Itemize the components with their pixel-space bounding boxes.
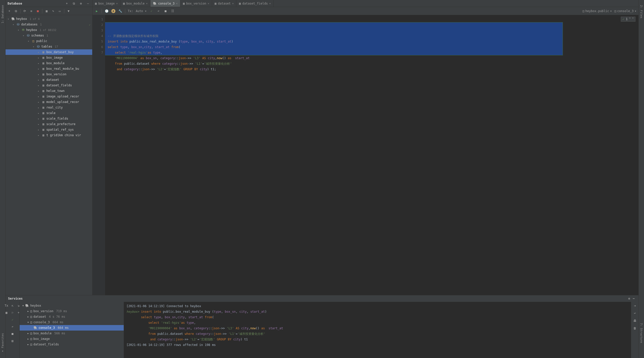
print-icon[interactable]: 🖶 bbox=[633, 318, 637, 323]
tree-table-box_version[interactable]: ▸▦box_version bbox=[6, 71, 92, 77]
tab-console_3[interactable]: 🐘console_3✕ bbox=[150, 0, 180, 7]
minimize-icon[interactable]: — bbox=[631, 296, 636, 301]
tree-root[interactable]: ▾🐘 heybox 1 of 4 bbox=[6, 16, 92, 22]
tab-box_version[interactable]: ▦box_version✕ bbox=[180, 0, 212, 7]
tree-table-box_dataset_buy[interactable]: ▸▦box_dataset_buy bbox=[6, 49, 92, 55]
database-tree[interactable]: ▾🐘 heybox 1 of 4 ▾⛁ databases 1 ▾⛃ heybo… bbox=[6, 15, 92, 295]
tree-schemas[interactable]: ▾⛁ schemas 1 bbox=[6, 33, 92, 38]
code-editor[interactable]: 12✓34567 -- 开通数据集指定模块所有城市权限insert into p… bbox=[92, 15, 638, 295]
console-selector[interactable]: ◫ console_3 ▾ bbox=[615, 9, 637, 13]
add-icon[interactable]: + bbox=[65, 1, 69, 6]
favorites-tool-button[interactable]: ★ Favorites bbox=[1, 333, 4, 353]
filter-icon[interactable]: ▼ bbox=[66, 9, 71, 13]
tx-mode[interactable]: Auto ▾ bbox=[136, 9, 147, 13]
close-icon[interactable]: ✕ bbox=[208, 2, 209, 5]
tree-table-scale_prefecture[interactable]: ▸▦scale_prefecture bbox=[6, 121, 92, 127]
stop-icon[interactable]: ■ bbox=[36, 9, 40, 13]
tree-table-box_real_module_bu[interactable]: ▸▦box_real_module_bu bbox=[6, 66, 92, 71]
history-icon[interactable]: 🕘 bbox=[104, 9, 109, 13]
run-icon[interactable]: ▶ bbox=[94, 9, 99, 13]
layout-icon[interactable]: ▦ bbox=[4, 310, 9, 315]
rollback-icon[interactable]: ↶ bbox=[156, 9, 161, 13]
tree-table-spatial_ref_sys[interactable]: ▸▦spatial_ref_sys bbox=[6, 127, 92, 132]
minimize-icon[interactable]: — bbox=[86, 1, 90, 6]
tree-public-schema[interactable]: ▾◫ public bbox=[6, 38, 92, 44]
wrench-icon[interactable]: 🔧 bbox=[118, 9, 122, 13]
service-console_3[interactable]: 🐘console_3664 ms bbox=[20, 325, 124, 331]
code-line-1[interactable]: -- 开通数据集指定模块所有城市权限 bbox=[108, 33, 636, 39]
explain-icon[interactable]: p bbox=[111, 9, 115, 13]
tab-box_image[interactable]: ▦box_image✕ bbox=[92, 0, 120, 7]
tree-table-box_image[interactable]: ▸▦box_image bbox=[6, 55, 92, 60]
down-icon[interactable]: ˅ bbox=[632, 17, 634, 21]
stop-icon[interactable]: ■ bbox=[10, 332, 15, 336]
expand-icon[interactable]: ⇱ bbox=[10, 303, 15, 308]
close-icon[interactable]: ✕ bbox=[232, 2, 234, 5]
service-console_3[interactable]: ▾◫console_3664 ms bbox=[20, 319, 124, 325]
gear-icon[interactable]: ⚙ bbox=[79, 1, 83, 6]
tab-dataset[interactable]: ▦dataset✕ bbox=[212, 0, 237, 7]
code-area[interactable]: -- 开通数据集指定模块所有城市权限insert into public.box… bbox=[105, 15, 638, 295]
output-icon[interactable]: ☷ bbox=[170, 9, 175, 13]
tab-dataset_fields[interactable]: ▦dataset_fields✕ bbox=[236, 0, 273, 7]
code-line-7[interactable]: and category::json->> 'L2'='宏观指数' GROUP … bbox=[108, 66, 636, 72]
tab-box_module[interactable]: ▦box_module✕ bbox=[120, 0, 150, 7]
layout2-icon[interactable]: ▤ bbox=[10, 339, 15, 343]
service-box_image[interactable]: ▸◫box_image bbox=[20, 336, 124, 342]
inspection-badge[interactable]: ✓ 1 ˄ ˅ bbox=[621, 17, 635, 22]
edit-icon[interactable]: ✎ bbox=[51, 9, 55, 13]
duplicate-icon[interactable]: ⧉ bbox=[72, 1, 76, 6]
tree-table-dataset_fields[interactable]: ▸▦dataset_fields bbox=[6, 83, 92, 88]
up-icon[interactable]: ˄ bbox=[629, 17, 631, 21]
tree-table-dataset[interactable]: ▸▦dataset bbox=[6, 77, 92, 83]
database-tool-button[interactable]: 1: Database bbox=[1, 5, 4, 23]
code-line-5[interactable]: 'M0119000004' as box_sn, category::json-… bbox=[108, 55, 636, 61]
close-icon[interactable]: ✕ bbox=[176, 2, 178, 5]
gear-icon[interactable]: ⚙ bbox=[627, 296, 631, 301]
commit-icon[interactable]: ✓ bbox=[149, 9, 154, 13]
tree-heybox-db[interactable]: ▾⛃ heybox 1 of 88132 bbox=[6, 27, 92, 33]
structure-tool-button[interactable]: 7: Structure bbox=[640, 323, 643, 343]
copy-icon[interactable]: ⧉ bbox=[14, 9, 18, 13]
code-line-3[interactable]: select type, box_sn,city, start_at from( bbox=[108, 44, 636, 50]
tree-table-t grid1km china vir[interactable]: ▸▦t grid1km china vir bbox=[6, 132, 92, 138]
tree-table-box_module[interactable]: ▸▦box_module bbox=[6, 60, 92, 66]
table-view-icon[interactable]: ▦ bbox=[44, 9, 49, 13]
tree-table-image_upload_recor[interactable]: ▸▦image_upload_recor bbox=[6, 94, 92, 99]
console-output[interactable]: [2021-01-06 14:12:19] Connected to heybo… bbox=[124, 302, 631, 358]
schema-selector[interactable]: ◫ heybox.public ▾ bbox=[583, 9, 612, 13]
cancel-icon[interactable]: ■ bbox=[163, 9, 168, 13]
tree-tables[interactable]: ▾⛁ tables 17 bbox=[6, 44, 92, 49]
tree-table-real_city[interactable]: ▸▦real_city bbox=[6, 105, 92, 110]
tree-table-scale_fields[interactable]: ▸▦scale_fields bbox=[6, 116, 92, 121]
code-line-4[interactable]: select 'real-hgzs'as type, bbox=[108, 50, 636, 55]
tree-databases[interactable]: ▾⛁ databases 1 bbox=[6, 22, 92, 27]
files-tool-button[interactable]: 2: Files bbox=[640, 5, 643, 18]
close-icon[interactable]: ✕ bbox=[116, 2, 118, 5]
console-line: 'M0119000004' as box_sn, category::json-… bbox=[126, 326, 628, 331]
close-icon[interactable]: ✕ bbox=[146, 2, 148, 5]
services-tree[interactable]: ▾🐘heybox▸◫box_version719 ms▸◫dataset4 s … bbox=[20, 302, 124, 358]
service-box_version[interactable]: ▸◫box_version719 ms bbox=[20, 308, 124, 314]
tx-icon[interactable]: Tx bbox=[4, 303, 9, 308]
tree-table-model_upload_recor[interactable]: ▸▦model_upload_recor bbox=[6, 99, 92, 105]
rollback-icon[interactable]: ↶ bbox=[10, 325, 15, 329]
query-icon[interactable]: ▭ bbox=[57, 9, 62, 13]
code-line-6[interactable]: from public.dataset where category::json… bbox=[108, 61, 636, 66]
commit-icon[interactable]: ✓ bbox=[10, 317, 15, 322]
refresh-icon[interactable]: ⟳ bbox=[22, 9, 27, 13]
scroll-icon[interactable]: ⇥ bbox=[633, 303, 637, 308]
tree-table-helue_town[interactable]: ▸▦helue_town bbox=[6, 88, 92, 94]
close-icon[interactable]: ✕ bbox=[269, 2, 271, 5]
service-heybox[interactable]: ▾🐘heybox bbox=[20, 303, 124, 308]
ddl-icon[interactable]: ≡ bbox=[29, 9, 34, 13]
wrap-icon[interactable]: ↩ bbox=[633, 311, 637, 315]
bookmark-icon[interactable]: ⚐ bbox=[10, 310, 15, 315]
trash-icon[interactable]: 🗑 bbox=[633, 326, 637, 331]
service-dataset_fields[interactable]: ▸◫dataset_fields bbox=[20, 342, 124, 347]
code-line-2[interactable]: insert into public.box_real_module_buy (… bbox=[108, 39, 636, 44]
tree-table-scale[interactable]: ▸▦scale bbox=[6, 110, 92, 116]
service-box_module[interactable]: ▸◫box_module566 ms bbox=[20, 331, 124, 336]
new-icon[interactable]: + bbox=[7, 9, 12, 13]
service-dataset[interactable]: ▸◫dataset4 s 76 ms bbox=[20, 314, 124, 319]
